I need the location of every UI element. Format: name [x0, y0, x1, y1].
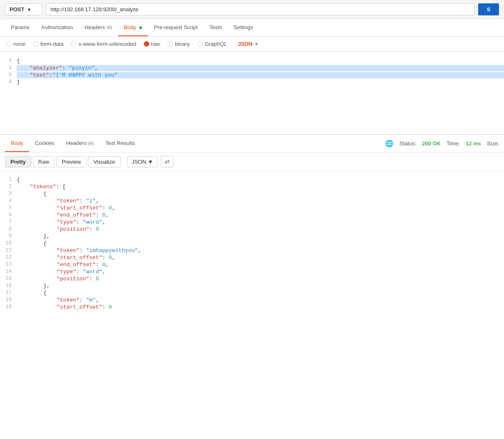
view-preview-button[interactable]: Preview [56, 156, 86, 167]
radio-raw [144, 41, 149, 47]
headers-badge: (9) [106, 25, 112, 30]
response-tabs-bar: Body Cookies Headers (4) Test Results 🌐 … [0, 135, 504, 152]
method-select[interactable]: POST ▼ [5, 3, 43, 15]
send-button[interactable]: S [478, 3, 499, 15]
req-content-1: { [17, 58, 504, 64]
radio-binary [168, 41, 173, 47]
resp-line-18: 18 "token": "m", [0, 297, 504, 304]
radio-urlencoded [71, 41, 77, 47]
view-visualize-button[interactable]: Visualize [88, 156, 120, 167]
resp-line-16: 16 }, [0, 282, 504, 289]
req-content-2: "analyzer": "pinyin", [17, 65, 504, 71]
body-type-binary[interactable]: binary [168, 41, 190, 47]
response-toolbar: Pretty Raw Preview Visualize JSON ▼ ⇄ [0, 152, 504, 171]
req-line-3: 3 "text":"I'M HAPPY with you" [0, 72, 504, 79]
method-chevron-icon: ▼ [27, 7, 31, 12]
resp-line-2: 2 "tokens": [ [0, 183, 504, 190]
resp-line-7: 7 "type": "word", [0, 219, 504, 226]
req-linenum-4: 4 [0, 79, 17, 85]
view-pretty-button[interactable]: Pretty [5, 156, 31, 167]
radio-graphql [197, 41, 203, 47]
view-raw-button[interactable]: Raw [33, 156, 55, 167]
tab-settings[interactable]: Settings [228, 19, 259, 36]
tab-prerequest[interactable]: Pre-request Script [148, 19, 203, 36]
body-type-graphql[interactable]: GraphQL [197, 41, 227, 47]
time-value: 12 ms [466, 140, 481, 147]
url-input[interactable] [46, 3, 475, 15]
body-dot [139, 26, 142, 29]
body-type-none[interactable]: none [6, 41, 25, 47]
response-editor: 1 { 2 "tokens": [ 3 { 4 "token": "i", 5 … [0, 171, 504, 316]
resp-tab-body[interactable]: Body [5, 135, 29, 152]
body-type-raw[interactable]: raw [144, 41, 160, 47]
req-content-4: } [17, 79, 504, 85]
json-chevron-icon: ▼ [254, 42, 259, 47]
req-content-3: "text":"I'M HAPPY with you" [17, 72, 504, 78]
tab-body[interactable]: Body [118, 19, 148, 36]
resp-line-15: 15 "position": 0 [0, 275, 504, 282]
tab-params[interactable]: Params [5, 19, 35, 36]
body-types: none form-data x-www-form-urlencoded raw… [0, 37, 504, 52]
radio-none [6, 41, 11, 47]
tab-headers[interactable]: Headers (9) [79, 19, 118, 36]
resp-line-19: 19 "start_offset": 0 [0, 304, 504, 311]
resp-line-5: 5 "start_offset": 0, [0, 205, 504, 212]
time-label: Time: [446, 140, 460, 147]
req-line-2: 2 "analyzer": "pinyin", [0, 65, 504, 72]
method-label: POST [10, 6, 24, 12]
tab-tests[interactable]: Tests [203, 19, 228, 36]
resp-line-9: 9 }, [0, 233, 504, 240]
status-label: Status: [399, 140, 416, 147]
response-code: 1 { 2 "tokens": [ 3 { 4 "token": "i", 5 … [0, 175, 504, 312]
size-label: Size: [487, 140, 499, 147]
url-bar: POST ▼ S [0, 0, 504, 19]
resp-tab-testresults[interactable]: Test Results [100, 135, 141, 152]
resp-tab-headers[interactable]: Headers (4) [60, 135, 100, 152]
radio-formdata [33, 41, 38, 47]
format-chevron-icon: ▼ [148, 159, 153, 165]
tab-authorization[interactable]: Authorization [35, 19, 79, 36]
req-linenum-3: 3 [0, 72, 17, 78]
resp-line-12: 12 "start_offset": 0, [0, 254, 504, 261]
json-format-select[interactable]: JSON ▼ [238, 41, 258, 47]
body-type-formdata[interactable]: form-data [33, 41, 64, 47]
resp-line-10: 10 { [0, 240, 504, 247]
resp-line-6: 6 "end_offset": 0, [0, 212, 504, 219]
format-select[interactable]: JSON ▼ [127, 156, 158, 167]
wrap-button[interactable]: ⇄ [161, 156, 173, 167]
request-tabs: Params Authorization Headers (9) Body Pr… [0, 19, 504, 37]
resp-headers-badge: (4) [88, 141, 93, 146]
globe-icon: 🌐 [385, 140, 394, 147]
resp-line-4: 4 "token": "i", [0, 197, 504, 205]
resp-line-8: 8 "position": 0 [0, 226, 504, 233]
resp-line-14: 14 "type": "word", [0, 268, 504, 275]
req-linenum-2: 2 [0, 65, 17, 71]
req-line-4: 4 } [0, 79, 504, 86]
status-value: 200 OK [422, 140, 441, 147]
req-line-1: 1 { [0, 57, 504, 65]
resp-line-13: 13 "end_offset": 0, [0, 261, 504, 268]
resp-line-17: 17 { [0, 289, 504, 297]
request-code[interactable]: 1 { 2 "analyzer": "pinyin", 3 "text":"I'… [0, 56, 504, 87]
resp-line-11: 11 "token": "imhappywithyou", [0, 247, 504, 254]
format-label: JSON [132, 159, 146, 165]
request-editor: 1 { 2 "analyzer": "pinyin", 3 "text":"I'… [0, 52, 504, 135]
req-linenum-1: 1 [0, 58, 17, 64]
resp-line-1: 1 { [0, 176, 504, 183]
resp-tab-cookies[interactable]: Cookies [29, 135, 60, 152]
body-type-urlencoded[interactable]: x-www-form-urlencoded [71, 41, 136, 47]
resp-line-3: 3 { [0, 190, 504, 197]
response-status-area: 🌐 Status: 200 OK Time: 12 ms Size: [385, 140, 499, 147]
